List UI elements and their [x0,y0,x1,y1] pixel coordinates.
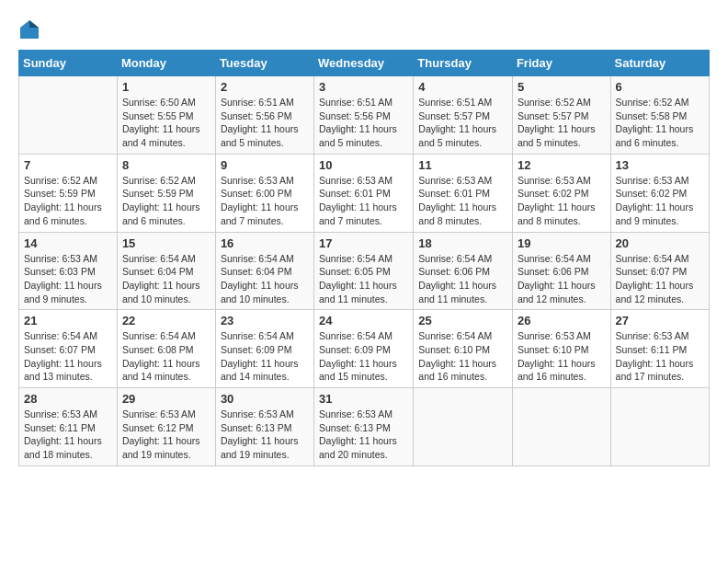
day-cell: 17Sunrise: 6:54 AM Sunset: 6:05 PM Dayli… [314,232,414,310]
day-cell: 1Sunrise: 6:50 AM Sunset: 5:55 PM Daylig… [117,76,215,155]
day-info: Sunrise: 6:54 AM Sunset: 6:09 PM Dayligh… [221,329,309,384]
day-number: 8 [122,158,210,172]
week-row-1: 1Sunrise: 6:50 AM Sunset: 5:55 PM Daylig… [19,76,710,155]
day-number: 10 [319,158,408,172]
day-info: Sunrise: 6:53 AM Sunset: 6:02 PM Dayligh… [518,174,606,228]
day-number: 3 [319,80,408,94]
day-info: Sunrise: 6:51 AM Sunset: 5:56 PM Dayligh… [221,96,309,150]
day-cell: 2Sunrise: 6:51 AM Sunset: 5:56 PM Daylig… [215,76,313,155]
header-row: SundayMondayTuesdayWednesdayThursdayFrid… [19,51,710,76]
day-cell: 3Sunrise: 6:51 AM Sunset: 5:56 PM Daylig… [314,76,414,155]
day-cell: 14Sunrise: 6:53 AM Sunset: 6:03 PM Dayli… [19,232,118,310]
header-cell-saturday: Saturday [610,51,709,76]
day-cell [414,388,513,466]
day-cell: 29Sunrise: 6:53 AM Sunset: 6:12 PM Dayli… [117,388,215,466]
day-number: 21 [24,314,112,327]
day-info: Sunrise: 6:52 AM Sunset: 5:59 PM Dayligh… [122,174,210,228]
day-number: 7 [24,158,112,172]
header-cell-friday: Friday [512,51,610,76]
day-number: 17 [319,236,408,250]
day-cell: 6Sunrise: 6:52 AM Sunset: 5:58 PM Daylig… [610,76,709,155]
day-cell: 31Sunrise: 6:53 AM Sunset: 6:13 PM Dayli… [314,388,414,466]
day-cell [610,388,709,466]
day-info: Sunrise: 6:54 AM Sunset: 6:06 PM Dayligh… [418,252,507,306]
calendar-header: SundayMondayTuesdayWednesdayThursdayFrid… [19,51,710,76]
day-info: Sunrise: 6:54 AM Sunset: 6:08 PM Dayligh… [122,329,210,384]
day-info: Sunrise: 6:52 AM Sunset: 5:57 PM Dayligh… [518,96,606,150]
day-cell: 24Sunrise: 6:54 AM Sunset: 6:09 PM Dayli… [314,310,414,388]
week-row-5: 28Sunrise: 6:53 AM Sunset: 6:11 PM Dayli… [19,388,710,466]
day-cell: 25Sunrise: 6:54 AM Sunset: 6:10 PM Dayli… [414,310,513,388]
day-cell: 13Sunrise: 6:53 AM Sunset: 6:02 PM Dayli… [610,154,709,232]
day-info: Sunrise: 6:54 AM Sunset: 6:09 PM Dayligh… [319,329,408,384]
day-cell: 8Sunrise: 6:52 AM Sunset: 5:59 PM Daylig… [117,154,215,232]
day-info: Sunrise: 6:54 AM Sunset: 6:05 PM Dayligh… [319,252,408,306]
day-cell: 7Sunrise: 6:52 AM Sunset: 5:59 PM Daylig… [19,154,118,232]
day-cell: 18Sunrise: 6:54 AM Sunset: 6:06 PM Dayli… [414,232,513,310]
day-info: Sunrise: 6:53 AM Sunset: 6:02 PM Dayligh… [616,174,704,228]
day-info: Sunrise: 6:53 AM Sunset: 6:00 PM Dayligh… [221,174,309,228]
day-cell: 23Sunrise: 6:54 AM Sunset: 6:09 PM Dayli… [215,310,313,388]
day-number: 16 [221,236,309,250]
header-cell-sunday: Sunday [19,51,118,76]
day-cell: 20Sunrise: 6:54 AM Sunset: 6:07 PM Dayli… [610,232,709,310]
day-info: Sunrise: 6:53 AM Sunset: 6:01 PM Dayligh… [319,174,408,228]
day-cell [512,388,610,466]
day-number: 28 [24,392,112,406]
day-info: Sunrise: 6:54 AM Sunset: 6:10 PM Dayligh… [418,329,507,384]
day-info: Sunrise: 6:53 AM Sunset: 6:13 PM Dayligh… [319,408,408,462]
day-number: 9 [221,158,309,172]
day-cell: 30Sunrise: 6:53 AM Sunset: 6:13 PM Dayli… [215,388,313,466]
day-number: 15 [122,236,210,250]
day-info: Sunrise: 6:53 AM Sunset: 6:12 PM Dayligh… [122,408,210,462]
day-info: Sunrise: 6:53 AM Sunset: 6:11 PM Dayligh… [616,329,704,384]
week-row-2: 7Sunrise: 6:52 AM Sunset: 5:59 PM Daylig… [19,154,710,232]
day-number: 27 [616,314,704,327]
day-cell: 11Sunrise: 6:53 AM Sunset: 6:01 PM Dayli… [414,154,513,232]
day-info: Sunrise: 6:53 AM Sunset: 6:10 PM Dayligh… [518,329,606,384]
day-cell: 19Sunrise: 6:54 AM Sunset: 6:06 PM Dayli… [512,232,610,310]
day-cell: 28Sunrise: 6:53 AM Sunset: 6:11 PM Dayli… [19,388,118,466]
day-cell: 5Sunrise: 6:52 AM Sunset: 5:57 PM Daylig… [512,76,610,155]
day-info: Sunrise: 6:50 AM Sunset: 5:55 PM Dayligh… [122,96,210,150]
day-info: Sunrise: 6:54 AM Sunset: 6:04 PM Dayligh… [221,252,309,306]
day-info: Sunrise: 6:53 AM Sunset: 6:03 PM Dayligh… [24,252,112,306]
day-number: 4 [418,80,507,94]
header-cell-thursday: Thursday [414,51,513,76]
day-number: 6 [616,80,704,94]
logo [18,18,42,40]
calendar-body: 1Sunrise: 6:50 AM Sunset: 5:55 PM Daylig… [19,76,710,466]
day-cell: 4Sunrise: 6:51 AM Sunset: 5:57 PM Daylig… [414,76,513,155]
page-header [18,18,710,40]
day-number: 25 [418,314,507,327]
day-info: Sunrise: 6:53 AM Sunset: 6:01 PM Dayligh… [418,174,507,228]
day-number: 13 [616,158,704,172]
day-cell: 26Sunrise: 6:53 AM Sunset: 6:10 PM Dayli… [512,310,610,388]
day-info: Sunrise: 6:52 AM Sunset: 5:58 PM Dayligh… [616,96,704,150]
calendar-table: SundayMondayTuesdayWednesdayThursdayFrid… [18,50,710,466]
week-row-4: 21Sunrise: 6:54 AM Sunset: 6:07 PM Dayli… [19,310,710,388]
day-cell: 15Sunrise: 6:54 AM Sunset: 6:04 PM Dayli… [117,232,215,310]
day-cell: 9Sunrise: 6:53 AM Sunset: 6:00 PM Daylig… [215,154,313,232]
day-info: Sunrise: 6:54 AM Sunset: 6:07 PM Dayligh… [616,252,704,306]
day-number: 22 [122,314,210,327]
day-cell: 21Sunrise: 6:54 AM Sunset: 6:07 PM Dayli… [19,310,118,388]
day-info: Sunrise: 6:51 AM Sunset: 5:57 PM Dayligh… [418,96,507,150]
day-info: Sunrise: 6:52 AM Sunset: 5:59 PM Dayligh… [24,174,112,228]
day-number: 20 [616,236,704,250]
day-number: 23 [221,314,309,327]
logo-icon [18,18,40,40]
day-cell: 10Sunrise: 6:53 AM Sunset: 6:01 PM Dayli… [314,154,414,232]
header-cell-monday: Monday [117,51,215,76]
day-cell: 12Sunrise: 6:53 AM Sunset: 6:02 PM Dayli… [512,154,610,232]
day-number: 18 [418,236,507,250]
day-info: Sunrise: 6:51 AM Sunset: 5:56 PM Dayligh… [319,96,408,150]
day-cell: 22Sunrise: 6:54 AM Sunset: 6:08 PM Dayli… [117,310,215,388]
day-info: Sunrise: 6:54 AM Sunset: 6:06 PM Dayligh… [518,252,606,306]
day-number: 30 [221,392,309,406]
day-number: 24 [319,314,408,327]
header-cell-tuesday: Tuesday [215,51,313,76]
day-number: 29 [122,392,210,406]
day-cell [19,76,118,155]
day-number: 12 [518,158,606,172]
